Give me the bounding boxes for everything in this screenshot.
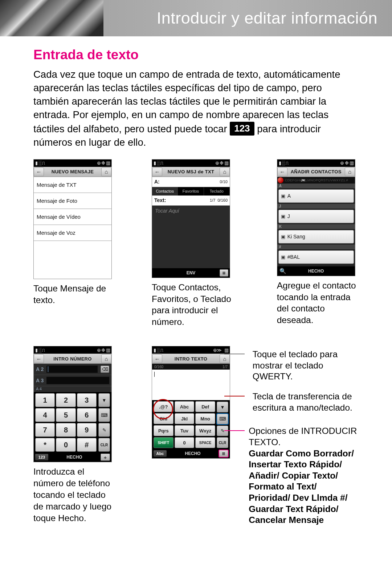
callout-options: Opciones de INTRODUCIR TEXTO. Guardar Co… <box>245 426 359 526</box>
tab-favoritos[interactable]: Favoritos <box>178 187 204 196</box>
back-button[interactable]: ← <box>34 168 44 176</box>
field-text[interactable]: Text: 1/7 0/160 <box>152 196 230 206</box>
done-button[interactable]: HECHO <box>167 451 219 456</box>
home-button[interactable]: ⌂ <box>220 354 230 363</box>
num-input[interactable] <box>46 377 109 384</box>
mode-abc[interactable]: Abc <box>154 450 167 457</box>
erase-button[interactable]: ⌫ <box>101 366 109 373</box>
alpha-scroll[interactable]: CDEFGHIJKLMNOPQRSTUVWXYZ1.# <box>277 177 355 184</box>
keyboard-icon[interactable]: ⌨ <box>98 408 110 422</box>
clr-button[interactable]: CLR <box>98 438 110 452</box>
keyboard-icon[interactable]: ⌨ <box>217 414 228 424</box>
key-pqrs[interactable]: Pqrs <box>154 425 173 436</box>
status-bar: ▮ ░ ⎍ ⊕ ❉ ▥ <box>34 346 111 354</box>
back-button[interactable]: ← <box>152 168 162 176</box>
plus-button[interactable]: + <box>101 454 110 461</box>
callout-qwerty: Toque el teclado para mostrar el teclado… <box>245 349 359 382</box>
mode-123[interactable]: 123 <box>35 454 48 460</box>
back-button[interactable]: ← <box>152 354 162 363</box>
callout-handwriting: Tecla de transferencia de escritura a ma… <box>245 391 359 413</box>
tab-teclado[interactable]: Teclado <box>204 187 230 196</box>
title-text: INTRO NÚMERO <box>44 356 101 362</box>
status-bar: ▮ ░ ⎍ ⊕ ❉ ▥ <box>277 160 355 167</box>
contact-row[interactable]: ▣J <box>278 210 354 223</box>
key-0[interactable]: 0 <box>56 438 75 452</box>
key-ghi[interactable]: Ghi <box>154 413 173 424</box>
home-button[interactable]: ⌂ <box>101 168 111 176</box>
message-body[interactable]: Tocar Aquí <box>152 206 230 268</box>
title-bar: ← INTRO NÚMERO ⌂ <box>34 354 111 364</box>
done-button[interactable]: HECHO <box>308 269 324 274</box>
num-input[interactable] <box>46 366 98 373</box>
search-icon[interactable]: 🔍 <box>279 268 286 274</box>
title-bar: ← AÑADIR CONTACTOS ⌂ <box>277 167 355 177</box>
pen-icon[interactable]: ✎ <box>98 423 110 437</box>
back-button[interactable]: ← <box>277 168 287 176</box>
options-button[interactable]: ≣ <box>219 450 228 457</box>
contact-icon: ▣ <box>281 254 285 260</box>
home-button[interactable]: ⌂ <box>220 168 230 176</box>
key-wxyz[interactable]: Wxyz <box>195 425 215 436</box>
contact-row[interactable]: ▣A <box>278 189 354 203</box>
key-6[interactable]: 6 <box>77 408 97 422</box>
key-tuv[interactable]: Tuv <box>175 425 195 436</box>
done-button[interactable]: HECHO <box>48 455 101 460</box>
contact-row[interactable]: ▣#BAL <box>278 250 354 264</box>
contact-row[interactable]: ▣Ki Sang <box>278 230 354 243</box>
char-count-left: 0/160 <box>154 365 163 369</box>
caption-p3: Agregue el contacto tocando la entrada d… <box>277 280 359 326</box>
alpha-scroll-knob[interactable] <box>278 177 283 183</box>
key-9[interactable]: 9 <box>77 423 97 437</box>
key-5[interactable]: 5 <box>56 408 75 422</box>
key-space[interactable]: SPACE <box>195 437 215 448</box>
status-icons-right: ⊕ ❉ ▥ <box>97 347 110 353</box>
key-hash[interactable]: # <box>77 438 97 452</box>
key-shift[interactable]: SHIFT <box>154 437 173 448</box>
status-icons-left: ▮ ░ ⎍ <box>279 160 288 166</box>
header-photo <box>0 0 103 36</box>
phone-intro-numero: ▮ ░ ⎍ ⊕ ❉ ▥ ← INTRO NÚMERO ⌂ A 2 ⌫ A 3 <box>33 346 112 462</box>
key-2[interactable]: 2 <box>56 393 75 407</box>
menu-item-foto[interactable]: Mensaje de Foto <box>34 193 111 209</box>
key-star[interactable]: * <box>35 438 55 452</box>
key-abc[interactable]: Abc <box>175 401 195 412</box>
send-button[interactable]: ENV <box>187 270 196 275</box>
key-4[interactable]: 4 <box>35 408 55 422</box>
title-bar: ← INTRO TEXTO ⌂ <box>152 354 230 364</box>
arrow-down-icon[interactable]: ▼ <box>217 402 228 412</box>
callout-text: Toque el teclado para mostrar el teclado… <box>253 349 359 382</box>
status-icons-left: ▮ ░ ⎍ <box>154 347 163 353</box>
back-button[interactable]: ← <box>34 354 44 363</box>
clr-button[interactable]: CLR <box>217 437 228 448</box>
key-badge-123: 123 <box>230 122 254 136</box>
arrow-down-icon[interactable]: ▼ <box>98 393 110 407</box>
home-button[interactable]: ⌂ <box>101 354 111 363</box>
text-editor[interactable] <box>152 370 230 400</box>
status-icons-left: ▮ ░ ⎍ <box>35 347 45 353</box>
num-field-3[interactable]: A 3 <box>34 375 111 386</box>
menu-item-voz[interactable]: Mensaje de Voz <box>34 225 111 241</box>
az-post: LMNOPQRSTUVWXYZ1.# <box>305 178 348 182</box>
key-mno[interactable]: Mno <box>195 413 215 424</box>
key-punct[interactable]: .@? <box>154 401 173 412</box>
key-jkl[interactable]: Jkl <box>175 413 195 424</box>
key-7[interactable]: 7 <box>35 423 55 437</box>
options-button[interactable]: ≣ <box>220 269 228 277</box>
num-field-2[interactable]: A 2 ⌫ <box>34 364 111 375</box>
tab-contactos[interactable]: Contactos <box>152 187 178 196</box>
menu-item-txt[interactable]: Mensaje de TXT <box>34 177 111 193</box>
num-field-label: A 3 <box>36 378 44 383</box>
callout-opts-list: Guardar Como Borrador/ Insertar Texto Rá… <box>249 448 359 526</box>
key-0[interactable]: 0 <box>175 437 195 448</box>
status-icons-right: ⊕≫ ▥ <box>213 347 228 353</box>
key-def[interactable]: Def <box>195 401 215 412</box>
field-to[interactable]: A: 0/10 <box>152 177 230 187</box>
home-button[interactable]: ⌂ <box>345 168 355 176</box>
key-8[interactable]: 8 <box>56 423 75 437</box>
menu-item-video[interactable]: Mensaje de Vídeo <box>34 209 111 225</box>
header-title: Introducir y editar información <box>157 9 377 28</box>
section-K: K <box>277 224 355 229</box>
key-1[interactable]: 1 <box>35 393 55 407</box>
contact-icon: ▣ <box>281 193 285 199</box>
key-3[interactable]: 3 <box>77 393 97 407</box>
